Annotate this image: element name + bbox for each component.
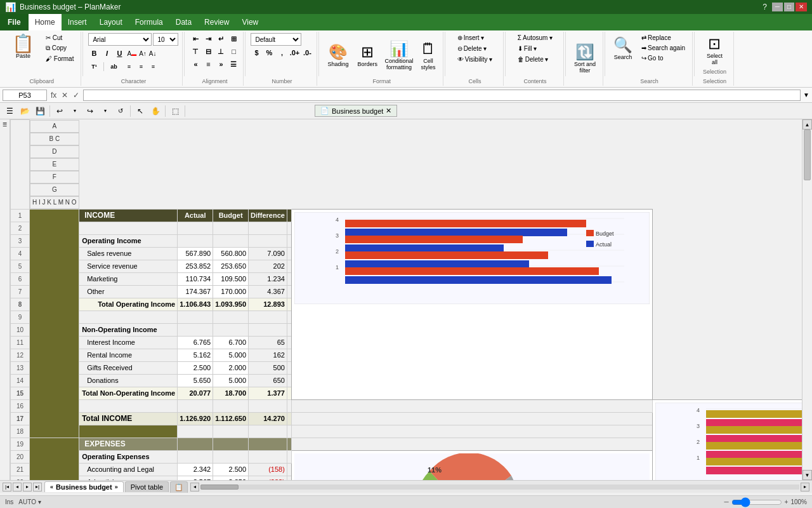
cell-styles-btn[interactable]: 🗒 Cellstyles xyxy=(417,38,439,72)
col-header-bc[interactable]: B C xyxy=(30,133,79,145)
formula-input[interactable] xyxy=(83,90,801,101)
bold-btn[interactable]: B xyxy=(88,48,100,59)
close-btn[interactable]: ✕ xyxy=(796,3,807,11)
col-header-a[interactable]: A xyxy=(30,120,79,133)
h-right-btn[interactable]: » xyxy=(215,58,226,70)
formula-expand-icon[interactable]: ▼ xyxy=(803,91,809,98)
col-header-d[interactable]: D xyxy=(30,145,79,158)
scroll-down-btn[interactable]: ▼ xyxy=(802,470,812,480)
font-size-down-btn[interactable]: A↓ xyxy=(148,50,157,58)
col-header-f[interactable]: F xyxy=(30,171,79,184)
save-btn[interactable]: 💾 xyxy=(33,105,47,117)
paste-btn[interactable]: 📋 Paste xyxy=(6,33,40,77)
replace-btn[interactable]: ⇄ Replace xyxy=(638,33,688,43)
sheet-tab-extra[interactable]: 📋 xyxy=(170,481,188,493)
top-align-btn[interactable]: ⊤ xyxy=(190,46,201,57)
h-scroll-thumb[interactable] xyxy=(200,485,239,490)
sheet-tab-budget[interactable]: « Business budget » xyxy=(44,481,124,492)
formula-confirm-icon[interactable]: ✓ xyxy=(72,91,81,100)
col-header-g[interactable]: G xyxy=(30,184,79,196)
copy-btn[interactable]: ⧉ Copy xyxy=(43,43,77,53)
fill-btn[interactable]: ⬇ Fill ▾ xyxy=(514,44,540,53)
font-name-select[interactable]: Arial xyxy=(88,33,152,46)
dec-increase-btn[interactable]: .0+ xyxy=(289,47,300,58)
cut-btn[interactable]: ✂ Cut xyxy=(43,33,77,43)
nav-prev-btn[interactable]: ◂ xyxy=(13,483,22,491)
cell-reference-input[interactable] xyxy=(3,90,47,101)
indent-btn[interactable]: ⇤ xyxy=(190,33,201,44)
cursor-mode-btn[interactable]: ↖ xyxy=(133,105,147,117)
h-scroll-right-btn[interactable]: ▸ xyxy=(801,483,809,491)
mid-align-btn[interactable]: ⊟ xyxy=(202,46,214,57)
nav-last-btn[interactable]: ▸| xyxy=(33,483,42,491)
maximize-btn[interactable]: □ xyxy=(784,3,794,11)
menu-layout[interactable]: Layout xyxy=(93,14,129,30)
freeze-btn[interactable]: ☰ xyxy=(3,122,7,128)
zoom-increase-btn[interactable]: + xyxy=(785,498,789,505)
h-scroll-area[interactable]: ◂ ▸ xyxy=(188,483,812,491)
justify-btn[interactable]: ☰ xyxy=(228,58,239,70)
h-left-btn[interactable]: « xyxy=(190,58,201,70)
col-header-e[interactable]: E xyxy=(30,158,79,171)
merge-btn[interactable]: ⊞ xyxy=(228,33,239,44)
bottom-align-btn[interactable]: ⊥ xyxy=(215,46,226,57)
formula-fx-icon[interactable]: fx xyxy=(49,91,58,100)
nav-next-btn[interactable]: ▸ xyxy=(23,483,32,491)
outdent-btn[interactable]: ⇥ xyxy=(202,33,214,44)
new-doc-btn[interactable]: ☰ xyxy=(3,105,16,117)
menu-home[interactable]: Home xyxy=(29,14,62,30)
history-btn[interactable]: ↺ xyxy=(114,105,128,117)
thousands-btn[interactable]: , xyxy=(276,47,287,58)
highlight-btn[interactable]: ab xyxy=(108,61,119,72)
menu-insert[interactable]: Insert xyxy=(62,14,93,30)
align-right-btn[interactable]: ≡ xyxy=(147,61,159,72)
select-all-btn[interactable]: ⊡ Selectall xyxy=(704,33,726,67)
currency-btn[interactable]: $ xyxy=(251,47,262,58)
border-btn[interactable]: □ xyxy=(228,46,239,57)
visibility-btn[interactable]: 👁 Visibility ▾ xyxy=(454,55,496,64)
doc-close-btn[interactable]: ✕ xyxy=(386,107,391,115)
help-btn[interactable]: ? xyxy=(759,3,771,11)
redo-dropdown-btn[interactable]: ▾ xyxy=(98,105,112,117)
italic-btn[interactable]: I xyxy=(101,48,112,59)
shading-btn[interactable]: 🎨 Shading xyxy=(324,41,351,69)
h-center-btn[interactable]: ≡ xyxy=(202,58,214,70)
search-btn[interactable]: 🔍 Search xyxy=(610,34,636,62)
font-size-up-btn[interactable]: A↑ xyxy=(138,50,147,58)
undo-btn[interactable]: ↩ xyxy=(53,105,67,117)
menu-data[interactable]: Data xyxy=(169,14,198,30)
document-tab[interactable]: 📄 Business budget ✕ xyxy=(315,105,397,117)
percent-btn[interactable]: % xyxy=(263,47,275,58)
search-again-btn[interactable]: ➡ Search again xyxy=(638,43,688,53)
sheet-tab-pivot[interactable]: Pivot table xyxy=(125,481,169,492)
scroll-thumb[interactable] xyxy=(804,130,811,180)
open-btn[interactable]: 📂 xyxy=(18,105,32,117)
delete-content-btn[interactable]: 🗑 Delete ▾ xyxy=(514,55,552,64)
spreadsheet-scroll-area[interactable]: A B C D E F G H I J K L M N O 1 INCOME A… xyxy=(10,119,802,480)
borders-btn[interactable]: ⊞ Borders xyxy=(354,41,381,69)
menu-file[interactable]: File xyxy=(0,14,29,30)
superscript-btn[interactable]: T¹ xyxy=(88,61,100,72)
col-header-h[interactable]: H I J K L M N O xyxy=(30,196,79,209)
dec-decrease-btn[interactable]: .0- xyxy=(301,47,313,58)
redo-btn[interactable]: ↪ xyxy=(83,105,97,117)
align-center-btn[interactable]: ≡ xyxy=(135,61,147,72)
wrap-btn[interactable]: ↵ xyxy=(215,33,226,44)
font-color-btn[interactable]: A▬ xyxy=(126,50,137,58)
format-painter-btn[interactable]: 🖌 Format xyxy=(43,54,77,64)
undo-dropdown-btn[interactable]: ▾ xyxy=(68,105,82,117)
sort-filter-btn[interactable]: 🔃 Sort andfilter xyxy=(571,41,599,76)
autosum-btn[interactable]: Σ Autosum ▾ xyxy=(514,33,556,43)
nav-first-btn[interactable]: |◂ xyxy=(3,483,11,491)
number-format-select[interactable]: Default xyxy=(251,33,301,46)
vertical-scrollbar[interactable]: ▲ ▼ xyxy=(802,119,812,480)
conditional-formatting-btn[interactable]: 📊 Conditionalformatting xyxy=(383,38,415,72)
menu-review[interactable]: Review xyxy=(198,14,235,30)
scroll-up-btn[interactable]: ▲ xyxy=(802,119,812,130)
goto-btn[interactable]: ↪ Go to xyxy=(638,53,688,63)
insert-cells-btn[interactable]: ⊕ Insert ▾ xyxy=(454,33,488,43)
delete-cells-btn[interactable]: ⊖ Delete ▾ xyxy=(454,44,490,53)
align-left-btn[interactable]: ≡ xyxy=(123,61,134,72)
underline-btn[interactable]: U xyxy=(114,48,125,59)
font-size-select[interactable]: 10 xyxy=(153,33,178,46)
